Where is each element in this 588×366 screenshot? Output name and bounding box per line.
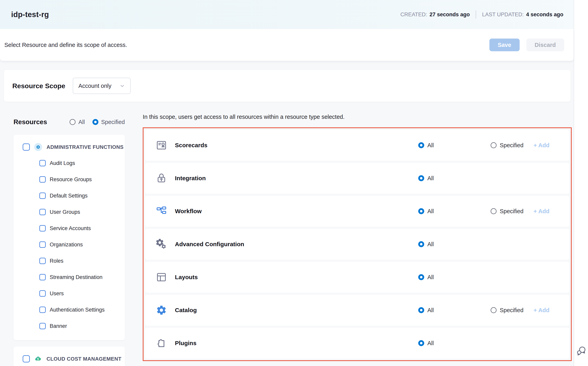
radio-unselected-icon[interactable]: [70, 119, 76, 125]
resources-scope-radios: All Specified: [70, 119, 125, 125]
content-area: idp-test-rg CREATED: 27 seconds ago LAST…: [0, 0, 574, 366]
row-all-radio[interactable]: [418, 274, 424, 280]
gear-blue-icon: [156, 305, 167, 316]
row-all-radio[interactable]: [418, 340, 424, 346]
row-specified-option[interactable]: Specified: [491, 307, 523, 313]
save-button[interactable]: Save: [489, 38, 520, 51]
resource-row-scorecards: ScorecardsAllSpecified+ Add: [145, 130, 569, 161]
item-checkbox[interactable]: [39, 225, 46, 231]
row-all-option[interactable]: All: [418, 274, 434, 281]
item-checkbox[interactable]: [39, 258, 46, 264]
resource-row-integration: IntegrationAll: [145, 163, 569, 194]
list-item[interactable]: Service Accounts: [14, 220, 125, 236]
list-item[interactable]: User Groups: [14, 204, 125, 220]
row-label: Scorecards: [175, 142, 207, 149]
row-specified-radio[interactable]: [491, 142, 496, 148]
row-specified-radio[interactable]: [491, 208, 496, 214]
row-all-option[interactable]: All: [418, 208, 434, 215]
list-item[interactable]: Users: [14, 285, 125, 302]
meta-divider: [476, 10, 476, 19]
resource-row-plugins: PluginsAll: [145, 328, 569, 359]
item-checkbox[interactable]: [39, 274, 46, 280]
chevron-down-icon: [119, 83, 125, 89]
item-checkbox[interactable]: [39, 192, 46, 199]
item-label: Streaming Destination: [50, 274, 103, 280]
add-link[interactable]: + Add: [534, 142, 549, 149]
item-checkbox[interactable]: [39, 176, 46, 183]
item-checkbox[interactable]: [39, 323, 46, 329]
gears-icon: [156, 239, 167, 250]
row-label: Workflow: [175, 208, 201, 215]
scope-note: In this scope, users get access to all r…: [143, 114, 345, 120]
group-checkbox[interactable]: [23, 355, 30, 362]
resource-type-panel: ScorecardsAllSpecified+ AddIntegrationAl…: [143, 127, 572, 361]
resources-group-card-0: ADMINISTRATIVE FUNCTIONSAudit LogsResour…: [14, 135, 125, 340]
item-label: Roles: [50, 258, 63, 264]
list-item[interactable]: Default Settings: [14, 188, 125, 204]
item-checkbox[interactable]: [39, 290, 46, 297]
row-all-radio[interactable]: [418, 307, 424, 313]
row-all-option[interactable]: All: [418, 142, 434, 149]
row-all-option[interactable]: All: [418, 241, 434, 248]
row-all-radio[interactable]: [418, 208, 424, 214]
row-label: Layouts: [175, 274, 198, 281]
resources-all-radio[interactable]: All: [70, 119, 85, 125]
item-checkbox[interactable]: [39, 160, 46, 166]
item-checkbox[interactable]: [39, 209, 46, 215]
list-item[interactable]: Organizations: [14, 236, 125, 253]
list-item[interactable]: Audit Logs: [14, 155, 125, 171]
resource-row-layouts: LayoutsAll: [145, 262, 569, 293]
resource-scope-selected: Account only: [78, 83, 111, 89]
row-specified-label: Specified: [500, 142, 523, 149]
row-label: Catalog: [175, 307, 197, 313]
resource-scope-dropdown[interactable]: Account only: [73, 78, 130, 94]
list-item[interactable]: Resource Groups: [14, 171, 125, 188]
layout-icon: [156, 272, 167, 283]
discard-button[interactable]: Discard: [526, 38, 564, 51]
action-toolbar: Select Resource and define its scope of …: [0, 29, 574, 61]
list-item[interactable]: Roles: [14, 253, 125, 269]
list-item[interactable]: Streaming Destination: [14, 269, 125, 285]
list-item[interactable]: Authentication Settings: [14, 302, 125, 318]
row-label: Advanced Configuration: [175, 241, 244, 248]
updated-label: LAST UPDATED:: [482, 12, 524, 18]
lock-icon: [156, 173, 167, 184]
radio-selected-icon[interactable]: [93, 119, 98, 125]
row-specified-option[interactable]: Specified: [491, 142, 523, 149]
group-checkbox[interactable]: [23, 144, 30, 151]
add-link[interactable]: + Add: [534, 208, 549, 215]
item-checkbox[interactable]: [39, 241, 46, 248]
row-all-label: All: [427, 175, 434, 182]
resource-row-catalog: CatalogAllSpecified+ Add: [145, 295, 569, 326]
row-specified-radio[interactable]: [491, 307, 496, 313]
add-link[interactable]: + Add: [534, 307, 549, 313]
puzzle-icon: [156, 338, 167, 349]
row-all-option[interactable]: All: [418, 340, 434, 347]
item-label: Organizations: [50, 242, 83, 248]
resource-scope-label: Resource Scope: [12, 82, 65, 90]
resources-specified-radio[interactable]: Specified: [93, 119, 125, 125]
resources-specified-label: Specified: [101, 119, 125, 125]
toolbar-description: Select Resource and define its scope of …: [4, 42, 127, 48]
group-label: CLOUD COST MANAGEMENT: [46, 356, 122, 362]
header-meta: CREATED: 27 seconds ago LAST UPDATED: 4 …: [400, 10, 563, 19]
row-specified-option[interactable]: Specified: [491, 208, 523, 215]
row-all-option[interactable]: All: [418, 175, 434, 182]
resources-title: Resources: [14, 118, 47, 126]
chat-bubbles-icon[interactable]: [576, 345, 587, 357]
page-header: idp-test-rg CREATED: 27 seconds ago LAST…: [0, 0, 574, 29]
item-label: Banner: [50, 323, 67, 329]
row-specified-label: Specified: [500, 208, 523, 215]
item-checkbox[interactable]: [39, 307, 46, 313]
group-header: ADMINISTRATIVE FUNCTIONS: [14, 143, 125, 151]
row-all-label: All: [427, 340, 434, 347]
list-item[interactable]: Banner: [14, 318, 125, 334]
row-all-radio[interactable]: [418, 241, 424, 247]
admin-gear-icon: [34, 143, 42, 151]
resources-group-card-1: $CLOUD COST MANAGEMENTRecommendations: [14, 347, 125, 366]
row-specified-label: Specified: [500, 307, 523, 313]
resources-header: Resources All Specified: [14, 116, 125, 128]
row-all-radio[interactable]: [418, 142, 424, 148]
row-all-option[interactable]: All: [418, 307, 434, 313]
row-all-radio[interactable]: [418, 175, 424, 181]
